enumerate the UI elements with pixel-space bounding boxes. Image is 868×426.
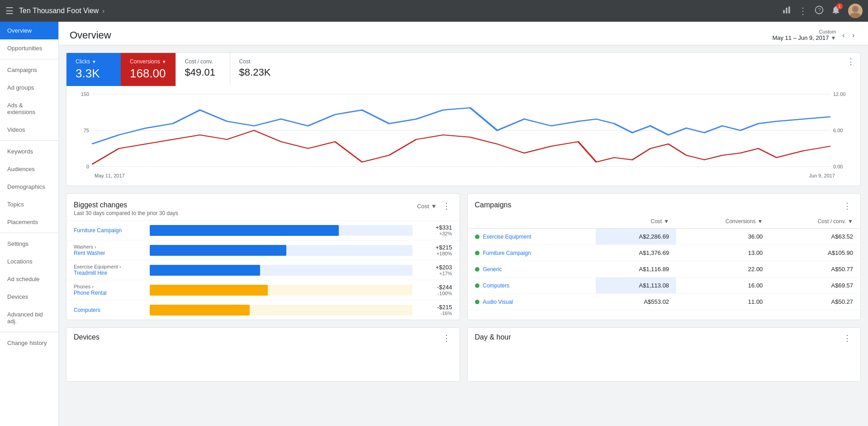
- devices-more-button[interactable]: ⋮: [441, 333, 452, 343]
- campaign-cost: A$2,286.69: [596, 229, 676, 245]
- table-row: Computers A$1,113.08 16.00 A$69.57: [468, 278, 861, 294]
- sidebar-item-overview[interactable]: Overview: [0, 22, 58, 39]
- date-prev-button[interactable]: ‹: [840, 30, 847, 40]
- change-link[interactable]: Computers: [74, 307, 100, 313]
- app-title-chevron: ›: [102, 7, 104, 14]
- campaign-status-dot: [475, 251, 479, 255]
- change-link[interactable]: Rent Washer: [74, 250, 105, 256]
- sidebar-item-topics[interactable]: Topics: [0, 196, 58, 213]
- app-title-text: Ten Thousand Foot View: [19, 7, 99, 15]
- col-conversions[interactable]: Conversions ▼: [676, 215, 770, 229]
- campaign-name-cell: Exercise Equipment: [468, 229, 596, 245]
- change-link[interactable]: Treadmill Hire: [74, 270, 107, 276]
- campaign-link[interactable]: Generic: [483, 266, 502, 273]
- cost-per-conv-label: Cost / conv.: [185, 58, 213, 65]
- notifications-icon[interactable]: 1: [831, 5, 841, 17]
- biggest-changes-more-button[interactable]: ⋮: [441, 201, 452, 211]
- campaign-link[interactable]: Audio Visual: [483, 299, 513, 305]
- change-link[interactable]: Furniture Campaign: [74, 227, 122, 234]
- campaign-link[interactable]: Computers: [483, 282, 510, 289]
- cost-per-conv-sort-icon: ▼: [848, 218, 853, 225]
- campaign-cost-per-conv: A$105.90: [770, 245, 860, 261]
- cost-metric: Cost $8.23K: [230, 53, 284, 86]
- campaign-status-dot: [475, 267, 479, 272]
- change-link[interactable]: Phone Rental: [74, 290, 107, 296]
- day-hour-more-button[interactable]: ⋮: [841, 333, 853, 343]
- campaign-cost-per-conv: A$50.27: [770, 294, 860, 310]
- campaign-cost: A$553.02: [596, 294, 676, 310]
- col-campaign-name: [468, 215, 596, 229]
- sidebar-item-campaigns[interactable]: Campaigns: [0, 61, 58, 79]
- sidebar: Overview Opportunities Campaigns Ad grou…: [0, 22, 59, 426]
- bar-chart-icon[interactable]: [782, 5, 791, 17]
- sidebar-item-opportunities[interactable]: Opportunities: [0, 39, 58, 57]
- campaign-link[interactable]: Furniture Campaign: [483, 250, 531, 256]
- chart-more-button[interactable]: ⋮: [841, 53, 860, 86]
- sidebar-item-placements[interactable]: Placements: [0, 213, 58, 231]
- sidebar-item-demographics[interactable]: Demographics: [0, 178, 58, 196]
- change-row: Computers -$215 -16%: [66, 300, 460, 320]
- sidebar-item-devices[interactable]: Devices: [0, 288, 58, 306]
- biggest-changes-metric-dropdown[interactable]: Cost ▼: [417, 203, 437, 210]
- table-row: Generic A$1,116.89 22.00 A$50.77: [468, 261, 861, 278]
- cost-per-conv-value: $49.01: [185, 67, 221, 78]
- table-row: Exercise Equipment A$2,286.69 36.00 A$63…: [468, 229, 861, 245]
- col-cost-per-conv[interactable]: Cost / conv. ▼: [770, 215, 860, 229]
- clicks-dropdown-icon[interactable]: ▼: [92, 59, 96, 64]
- campaign-name-cell: Generic: [468, 261, 596, 278]
- table-row: Furniture Campaign A$1,376.69 13.00 A$10…: [468, 245, 861, 261]
- help-icon[interactable]: ?: [815, 5, 824, 17]
- bar-area: [150, 225, 413, 236]
- change-parent: Exercise Equipment ›: [74, 264, 146, 269]
- change-row: Washers › Rent Washer +$215 +180%: [66, 240, 460, 260]
- sidebar-item-videos[interactable]: Videos: [0, 121, 58, 139]
- conversions-metric[interactable]: Conversions ▼ 168.00: [121, 53, 175, 86]
- more-options-icon[interactable]: ⋮: [798, 5, 807, 16]
- change-pct: +17%: [416, 271, 452, 276]
- biggest-changes-card: Biggest changes Last 30 days compared to…: [66, 193, 460, 320]
- notification-badge: 1: [836, 3, 843, 10]
- avatar[interactable]: [848, 4, 863, 18]
- sidebar-item-keywords[interactable]: Keywords: [0, 143, 58, 160]
- change-pct: +32%: [416, 231, 452, 236]
- sidebar-item-advanced-bid[interactable]: Advanced bid adj.: [0, 306, 58, 330]
- campaign-status-dot: [475, 235, 479, 239]
- menu-icon[interactable]: ☰: [5, 5, 14, 16]
- sidebar-item-audiences[interactable]: Audiences: [0, 160, 58, 178]
- app-title: Ten Thousand Foot View ›: [19, 7, 104, 15]
- campaign-cost: A$1,376.69: [596, 245, 676, 261]
- campaign-name-cell: Furniture Campaign: [468, 245, 596, 261]
- date-next-button[interactable]: ›: [849, 30, 857, 40]
- clicks-metric[interactable]: Clicks ▼ 3.3K: [66, 53, 121, 86]
- sidebar-item-ad-groups[interactable]: Ad groups: [0, 79, 58, 96]
- bar-area: [150, 265, 413, 276]
- cost-sort-icon: ▼: [664, 218, 669, 225]
- change-pct: +180%: [416, 251, 452, 256]
- campaign-name-cell: Audio Visual: [468, 294, 596, 310]
- campaign-cost-per-conv: A$63.52: [770, 229, 860, 245]
- campaign-link[interactable]: Exercise Equipment: [483, 234, 531, 240]
- svg-rect-0: [783, 10, 785, 14]
- campaign-conversions: 22.00: [676, 261, 770, 278]
- sidebar-item-settings[interactable]: Settings: [0, 235, 58, 253]
- change-parent: Washers ›: [74, 244, 146, 249]
- date-range-label: Custom: [819, 29, 836, 34]
- conversions-dropdown-icon[interactable]: ▼: [162, 59, 166, 64]
- sidebar-item-ad-schedule[interactable]: Ad schedule: [0, 270, 58, 288]
- sidebar-item-change-history[interactable]: Change history: [0, 334, 58, 352]
- campaigns-more-button[interactable]: ⋮: [841, 201, 853, 211]
- conversions-sort-icon: ▼: [757, 218, 763, 225]
- metric-row: Clicks ▼ 3.3K Conversions ▼ 168.00: [66, 53, 860, 86]
- svg-point-6: [850, 13, 861, 18]
- main-chart-card: Clicks ▼ 3.3K Conversions ▼ 168.00: [66, 53, 861, 186]
- cost-label: Cost: [239, 58, 251, 65]
- svg-rect-2: [788, 6, 790, 13]
- sidebar-item-ads-extensions[interactable]: Ads & extensions: [0, 96, 58, 121]
- conversions-value: 168.00: [130, 67, 166, 81]
- bar-area: [150, 285, 413, 296]
- date-dropdown-icon[interactable]: ▼: [830, 35, 836, 41]
- bar-area: [150, 245, 413, 256]
- sidebar-item-locations[interactable]: Locations: [0, 253, 58, 270]
- topbar: ☰ Ten Thousand Foot View › ⋮ ? 1: [0, 0, 868, 22]
- col-cost[interactable]: Cost ▼: [596, 215, 676, 229]
